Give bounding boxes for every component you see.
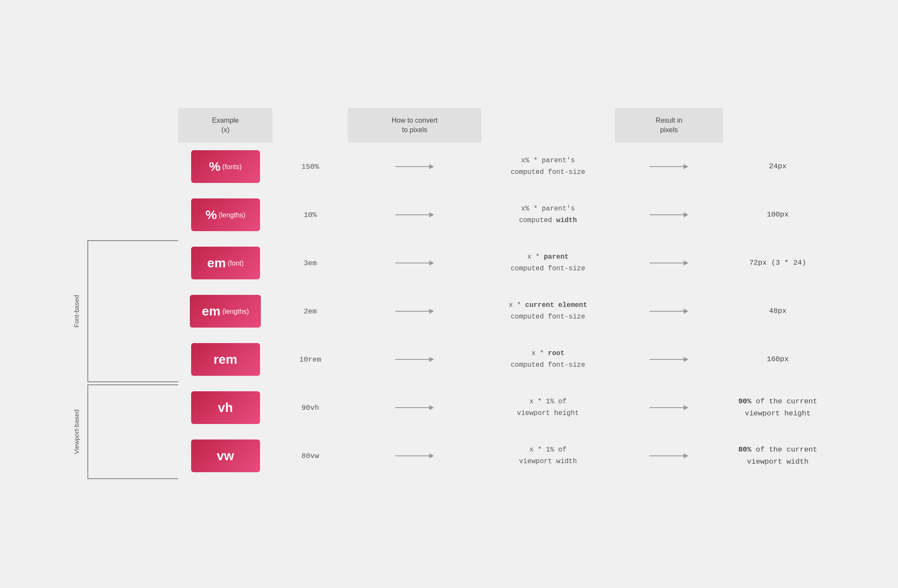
result-cell: 24px — [723, 142, 832, 191]
result-cell: 72px (3 * 24) — [723, 239, 832, 287]
main-table: Example (x) How to convert to pixels Res… — [66, 108, 832, 480]
arrow-left — [348, 335, 481, 384]
convert-cell: x * 1% ofviewport width — [481, 432, 614, 480]
arrow-line2 — [650, 405, 688, 410]
unit-badge: %(lengths) — [191, 198, 260, 231]
unit-main: % — [209, 159, 221, 174]
header-example-label: Example — [212, 117, 239, 124]
arrow-right — [615, 384, 724, 432]
arrow-left — [348, 239, 481, 287]
arrow-line2 — [650, 212, 688, 217]
result-cell: 90% of the currentviewport height — [723, 384, 832, 432]
table-row: %(lengths)10%x% * parent'scomputed width… — [66, 191, 832, 239]
header-arrow-spacer2 — [481, 108, 614, 143]
convert-cell: x * 1% ofviewport height — [481, 384, 614, 432]
group-label: Viewport-based — [66, 384, 87, 480]
example-cell: 3em — [272, 239, 348, 287]
arrow-line — [395, 260, 434, 266]
result-cell: 80% of the currentviewport width — [723, 432, 832, 480]
result-cell: 100px — [723, 191, 832, 239]
header-convert-sub: to pixels — [402, 126, 427, 133]
header-arrow-spacer — [272, 108, 348, 143]
badge-cell: em(font) — [178, 239, 272, 287]
result-cell: 48px — [723, 287, 832, 335]
badge-cell: vw — [178, 432, 272, 480]
unit-sub: (lengths) — [219, 211, 245, 219]
arrow-line — [395, 405, 434, 410]
header-badge-col — [87, 108, 178, 143]
example-cell: 2em — [272, 287, 348, 335]
convert-cell: x * rootcomputed font-size — [481, 335, 614, 384]
badge-cell: rem — [178, 335, 272, 384]
unit-badge: %(fonts) — [191, 150, 260, 183]
unit-main: vw — [217, 448, 234, 464]
unit-sub: (font) — [228, 259, 244, 267]
table-row: Viewport-basedvh90vhx * 1% ofviewport he… — [66, 384, 832, 432]
page-container: Example (x) How to convert to pixels Res… — [40, 91, 858, 498]
arrow-line — [395, 164, 434, 169]
example-cell: 150% — [272, 142, 348, 191]
header-row: Example (x) How to convert to pixels Res… — [66, 108, 832, 143]
unit-main: rem — [214, 352, 237, 367]
bracket-cell — [87, 384, 178, 480]
badge-cell: vh — [178, 384, 272, 432]
table-row: %(fonts)150%x% * parent'scomputed font-s… — [66, 142, 832, 191]
bracket-cell — [87, 239, 178, 384]
convert-cell: x% * parent'scomputed font-size — [481, 142, 614, 191]
unit-main: vh — [218, 400, 233, 415]
arrow-left — [348, 142, 481, 191]
group-label: Font-based — [66, 239, 87, 384]
empty-bracket — [87, 191, 178, 239]
header-result-col: Result in pixels — [615, 108, 724, 143]
convert-cell: x * parentcomputed font-size — [481, 239, 614, 287]
unit-main: em — [202, 303, 220, 319]
table-row: vw80vwx * 1% ofviewport width80% of the … — [66, 432, 832, 480]
empty-bracket — [87, 142, 178, 191]
table-row: Font-basedem(font)3emx * parentcomputed … — [66, 239, 832, 287]
badge-cell: %(lengths) — [178, 191, 272, 239]
arrow-right — [615, 335, 724, 384]
arrow-line — [395, 212, 434, 217]
empty-label — [66, 191, 87, 239]
header-result-sub: pixels — [660, 126, 678, 133]
header-label-col — [66, 108, 87, 143]
empty-label — [66, 142, 87, 191]
arrow-left — [348, 191, 481, 239]
unit-sub: (lengths) — [222, 307, 249, 316]
header-convert-col: How to convert to pixels — [348, 108, 481, 143]
unit-main: % — [205, 207, 217, 223]
convert-cell: x% * parent'scomputed width — [481, 191, 614, 239]
arrow-line2 — [650, 309, 688, 314]
unit-badge: rem — [191, 343, 260, 376]
header-result-label: Result in — [656, 117, 682, 124]
arrow-left — [348, 432, 481, 480]
arrow-left — [348, 384, 481, 432]
arrow-right — [615, 191, 724, 239]
header-example-col: Example (x) — [178, 108, 272, 143]
header-example-sub: (x) — [221, 126, 229, 133]
example-cell: 10% — [272, 191, 348, 239]
badge-cell: em(lengths) — [178, 287, 272, 335]
arrow-right — [615, 239, 724, 287]
arrow-left — [348, 287, 481, 335]
unit-badge: em(font) — [191, 247, 260, 279]
arrow-line2 — [650, 164, 688, 169]
arrow-line — [395, 309, 434, 314]
arrow-right — [615, 432, 724, 480]
table-row: rem10remx * rootcomputed font-size160px — [66, 335, 832, 384]
arrow-line2 — [650, 357, 688, 362]
unit-badge: vh — [191, 391, 260, 424]
unit-badge: em(lengths) — [190, 295, 261, 328]
result-cell: 160px — [723, 335, 832, 384]
unit-main: em — [207, 255, 226, 271]
example-cell: 10rem — [272, 335, 348, 384]
unit-badge: vw — [191, 439, 260, 472]
header-convert-label: How to convert — [392, 117, 438, 124]
badge-cell: %(fonts) — [178, 142, 272, 191]
arrow-line2 — [650, 453, 688, 458]
arrow-line — [395, 453, 434, 458]
example-cell: 90vh — [272, 384, 348, 432]
arrow-right — [615, 142, 724, 191]
arrow-line2 — [650, 260, 688, 266]
example-cell: 80vw — [272, 432, 348, 480]
